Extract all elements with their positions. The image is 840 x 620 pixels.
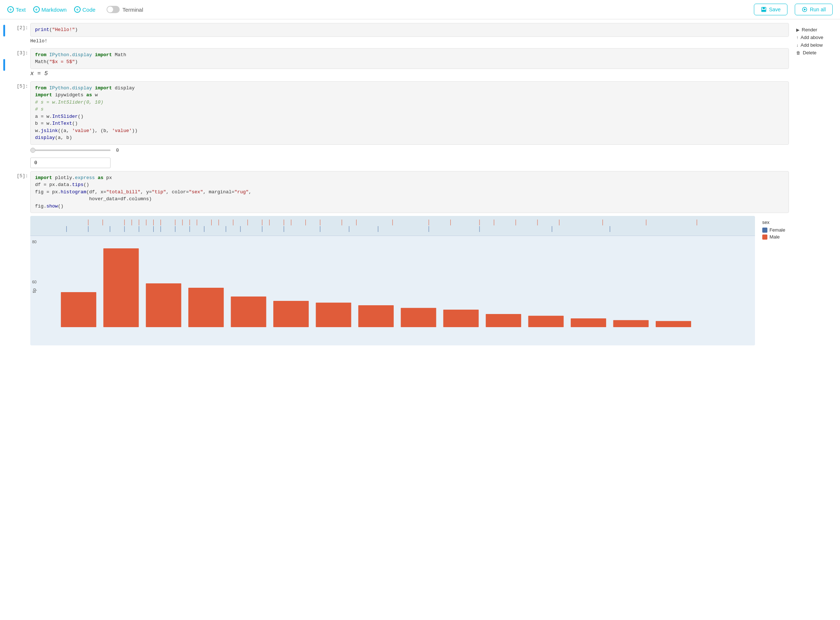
svg-rect-75 <box>656 321 691 327</box>
widget-area: 0 <box>30 145 789 168</box>
render-button[interactable]: ▶ Render <box>796 26 836 33</box>
right-panel: ▶ Render ↑ Add above ↓ Add below 🗑 Delet… <box>793 23 840 345</box>
delete-icon: 🗑 <box>796 50 801 56</box>
svg-rect-2 <box>762 10 766 11</box>
add-below-button[interactable]: ↓ Add below <box>796 41 836 49</box>
cell-1-input[interactable]: print("Hello!") <box>30 23 789 37</box>
cell-3-input[interactable]: from IPython.display import display impo… <box>30 81 789 145</box>
toolbar: + Text + Markdown + Code Terminal Save R… <box>0 0 840 20</box>
cell-4-label: [5]: <box>12 171 28 179</box>
add-below-icon: ↓ <box>796 43 798 48</box>
active-cell-indicator-2 <box>3 59 5 71</box>
plus-code-icon: + <box>74 6 81 13</box>
terminal-toggle-area: Terminal <box>107 6 143 13</box>
cell-1-label: [2]: <box>12 23 28 31</box>
run-all-button[interactable]: Run all <box>795 4 833 15</box>
chart-output: tip 80 60 <box>30 216 789 345</box>
svg-rect-66 <box>273 301 309 327</box>
legend-male-label: Male <box>769 234 780 239</box>
slider-row: 0 <box>30 145 789 156</box>
gutter <box>0 23 8 345</box>
rug-svg-male <box>30 219 755 226</box>
svg-rect-61 <box>61 292 97 327</box>
svg-rect-74 <box>614 320 649 327</box>
rug-svg-female <box>30 226 755 233</box>
cell-2: [3]: from IPython.display import Math Ma… <box>12 48 789 80</box>
svg-rect-62 <box>103 248 139 327</box>
cell-2-label: [3]: <box>12 48 28 56</box>
cell-3-label: [5]: <box>12 81 28 89</box>
save-icon <box>761 6 767 12</box>
slider-thumb[interactable] <box>30 148 35 153</box>
main-area: [2]: print("Hello!") Hello! [3]: from IP… <box>0 20 840 349</box>
legend-male-item: Male <box>762 234 785 239</box>
legend-title: sex <box>762 220 785 225</box>
rug-ticks-male <box>30 219 755 226</box>
cell-3: [5]: from IPython.display import display… <box>12 81 789 168</box>
plus-markdown-icon: + <box>33 6 40 13</box>
cell-4-input[interactable]: import plotly.express as px df = px.data… <box>30 171 789 213</box>
cell-2-output: x = 5 <box>30 69 789 80</box>
svg-rect-63 <box>146 283 181 327</box>
svg-rect-1 <box>763 7 765 9</box>
slider-display-value: 0 <box>116 148 119 153</box>
svg-rect-67 <box>316 303 351 327</box>
add-above-icon: ↑ <box>796 35 798 40</box>
code-keyword: print <box>35 27 49 32</box>
run-all-icon <box>802 6 808 12</box>
int-text-input[interactable] <box>30 158 110 168</box>
rug-ticks-female <box>30 226 755 233</box>
cell-1-output: Hello! <box>30 37 789 47</box>
histogram-area: tip 80 60 <box>30 236 755 345</box>
notebook: [2]: print("Hello!") Hello! [3]: from IP… <box>8 23 793 345</box>
legend-male-swatch <box>762 235 768 239</box>
svg-rect-72 <box>528 316 564 327</box>
active-cell-indicator-1 <box>3 25 5 36</box>
add-markdown-button[interactable]: + Markdown <box>33 6 67 13</box>
y-label-80: 80 <box>32 239 36 244</box>
y-axis-label: tip <box>32 289 37 293</box>
render-icon: ▶ <box>796 27 799 32</box>
delete-button[interactable]: 🗑 Delete <box>796 49 836 57</box>
cell-4: [5]: import plotly.express as px df = px… <box>12 171 789 213</box>
legend-female-label: Female <box>769 227 785 233</box>
y-label-60: 60 <box>32 280 36 284</box>
svg-rect-64 <box>188 288 224 327</box>
cell-1: [2]: print("Hello!") Hello! <box>12 23 789 47</box>
svg-rect-69 <box>401 308 436 327</box>
svg-rect-68 <box>358 305 394 327</box>
save-button[interactable]: Save <box>754 4 787 15</box>
histogram-svg <box>47 239 755 327</box>
svg-rect-71 <box>486 314 521 327</box>
cell-2-input[interactable]: from IPython.display import Math Math("$… <box>30 48 789 69</box>
svg-rect-65 <box>231 296 266 327</box>
chart-main: tip 80 60 <box>30 216 755 345</box>
svg-rect-70 <box>443 310 479 327</box>
legend-female-item: Female <box>762 227 785 233</box>
svg-marker-4 <box>804 8 806 11</box>
chart-legend: sex Female Male <box>759 216 789 245</box>
add-text-button[interactable]: + Text <box>7 6 26 13</box>
add-above-button[interactable]: ↑ Add above <box>796 33 836 41</box>
add-code-button[interactable]: + Code <box>74 6 96 13</box>
terminal-toggle[interactable] <box>107 6 120 13</box>
svg-rect-73 <box>571 318 606 327</box>
rug-plot <box>30 216 755 236</box>
int-slider[interactable] <box>30 149 110 151</box>
legend-female-swatch <box>762 227 768 233</box>
plus-text-icon: + <box>7 6 14 13</box>
